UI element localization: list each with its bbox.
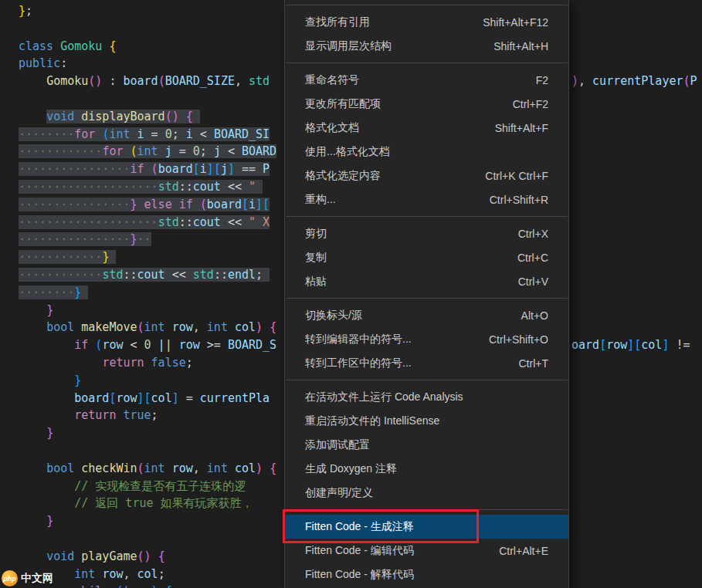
menu-item[interactable]: 重启活动文件的 IntelliSense <box>285 409 568 433</box>
code-token <box>151 549 158 563</box>
watermark-text: 中文网 <box>21 572 53 586</box>
code-token <box>19 549 46 563</box>
code-token: else <box>144 198 172 211</box>
menu-item-label: 格式化文档 <box>305 121 359 135</box>
code-token <box>228 461 235 475</box>
code-token: while <box>74 584 109 588</box>
menu-item[interactable]: 创建声明/定义 <box>285 481 568 505</box>
code-token <box>179 110 186 123</box>
menu-item-label: Fitten Code - 解释代码 <box>305 568 414 582</box>
code-token: true <box>123 584 151 588</box>
code-token: } <box>46 426 53 440</box>
code-token: std <box>158 215 179 229</box>
menu-item-label: 添加调试配置 <box>305 438 370 452</box>
code-token: == <box>235 162 263 176</box>
code-token: std <box>249 74 270 88</box>
code-token: board <box>207 198 242 211</box>
code-token: row <box>116 391 137 405</box>
code-token: ] <box>228 162 235 176</box>
menu-item[interactable]: 使用...格式化文档 <box>285 140 568 164</box>
code-token <box>144 356 151 370</box>
code-token: col <box>235 320 256 334</box>
code-token: class <box>19 39 60 53</box>
code-token: row <box>179 338 200 352</box>
menu-item[interactable]: 格式化选定内容Ctrl+K Ctrl+F <box>285 164 568 188</box>
menu-separator <box>286 509 568 510</box>
menu-item-highlighted[interactable]: Fitten Code - 生成注释 <box>285 515 568 539</box>
menu-item-keybinding: Ctrl+C <box>517 252 548 264</box>
menu-item[interactable]: Fitten Code - 编辑代码Ctrl+Alt+E <box>285 539 568 563</box>
menu-item-label: 重命名符号 <box>305 73 359 87</box>
code-token: ········ <box>19 286 74 299</box>
code-token: [ <box>214 162 221 176</box>
menu-separator <box>286 63 568 63</box>
code-token: std <box>158 180 179 194</box>
code-token: cout <box>193 215 221 229</box>
menu-item[interactable]: 格式化文档Shift+Alt+F <box>285 116 568 140</box>
menu-item[interactable]: 生成 Doxygen 注释 <box>285 457 568 481</box>
code-fragment: oard[row][col] != <box>571 336 697 354</box>
menu-item[interactable]: 重构...Ctrl+Shift+R <box>285 188 568 211</box>
menu-item[interactable]: 在活动文件上运行 Code Analysis <box>285 385 568 409</box>
code-token: ( <box>683 74 690 88</box>
menu-item[interactable]: 重命名符号F2 <box>285 68 568 92</box>
code-token: ···················· <box>19 215 158 229</box>
menu-item[interactable]: 粘贴Ctrl+V <box>285 269 568 293</box>
code-token <box>19 461 46 475</box>
code-token <box>19 391 74 405</box>
code-token: i <box>249 198 256 211</box>
code-token: currentPlayer <box>592 74 683 88</box>
code-token: int <box>144 320 165 334</box>
code-token <box>263 461 270 475</box>
code-token: : <box>60 56 67 70</box>
code-token: ; <box>158 567 165 581</box>
menu-item[interactable]: 转到工作区中的符号...Ctrl+T <box>285 351 568 375</box>
code-token: { <box>186 110 193 123</box>
code-token: // 实现检查是否有五子连珠的逻 <box>74 479 246 493</box>
code-token: :: <box>179 215 193 229</box>
code-token <box>88 338 95 352</box>
code-token <box>263 320 270 334</box>
menu-item-keybinding: Shift+Alt+H <box>493 40 548 52</box>
code-token: for <box>74 127 95 141</box>
code-token: Gomoku <box>46 74 88 88</box>
menu-item-keybinding: Ctrl+V <box>518 275 548 288</box>
code-token: ; <box>256 268 263 282</box>
menu-item-label: 剪切 <box>305 227 327 241</box>
menu-item[interactable]: 转到编辑器中的符号...Ctrl+Shift+O <box>285 327 568 351</box>
code-token: ········ <box>19 127 74 141</box>
code-token: ················ <box>19 198 131 211</box>
menu-item-label: 格式化选定内容 <box>305 169 381 183</box>
menu-item[interactable]: 显示调用层次结构Shift+Alt+H <box>285 34 568 58</box>
code-token: } <box>46 514 53 528</box>
code-token: ) <box>571 74 578 88</box>
code-token: < <box>123 338 144 352</box>
code-token <box>263 268 270 282</box>
code-token: ············ <box>19 144 102 158</box>
code-token: col <box>641 338 662 352</box>
menu-item[interactable]: 查找所有引用Shift+Alt+F12 <box>285 10 568 34</box>
code-token: " X <box>249 215 270 229</box>
menu-item-keybinding: Ctrl+X <box>518 228 548 240</box>
menu-item[interactable]: 添加调试配置 <box>285 433 568 457</box>
code-token <box>19 479 74 493</box>
menu-item[interactable]: 剪切Ctrl+X <box>285 221 568 245</box>
menu-item[interactable]: Fitten Code - 解释代码 <box>285 563 568 586</box>
code-token: } <box>46 303 53 317</box>
code-token: >= <box>200 338 228 352</box>
code-token: ] <box>172 391 179 405</box>
code-token <box>19 373 74 387</box>
code-token: col <box>235 461 256 475</box>
code-token: int <box>207 461 228 475</box>
menu-item[interactable]: 更改所有匹配项Ctrl+F2 <box>285 92 568 116</box>
code-token: ················ <box>19 232 131 246</box>
code-token <box>158 584 165 588</box>
code-token: int <box>137 144 158 158</box>
code-token <box>109 250 116 264</box>
code-token <box>19 514 46 528</box>
code-token: int <box>207 320 228 334</box>
menu-item[interactable]: 复制Ctrl+C <box>285 245 568 269</box>
code-token: << <box>221 215 249 229</box>
menu-item[interactable]: 切换标头/源Alt+O <box>285 303 568 327</box>
code-token: ; <box>172 127 186 141</box>
